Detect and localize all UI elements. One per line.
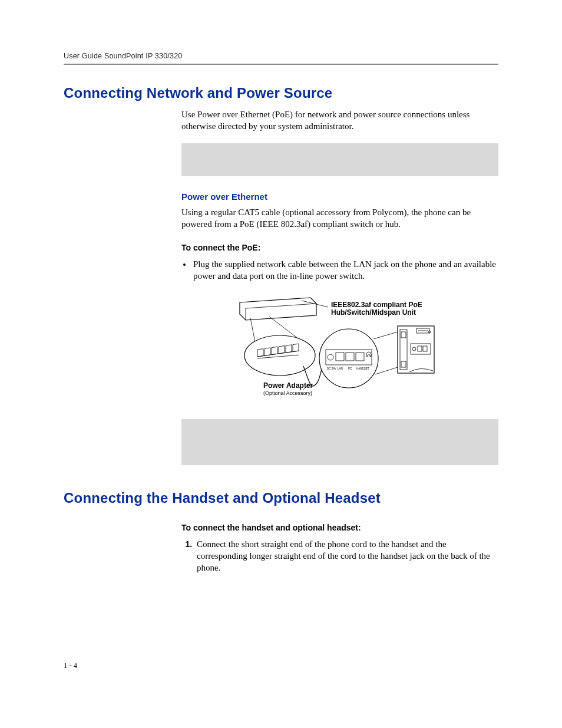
port-label-pc: PC [348,367,352,370]
page-number: 1 - 4 [64,661,77,670]
subheading-to-connect-handset: To connect the handset and optional head… [181,523,498,532]
port-label-handset: HANDSET [356,367,369,370]
callout-power-adapter: Power Adapter (Optional Accessory) [263,382,313,397]
running-head: User Guide SoundPoint IP 330/320 [64,52,498,60]
note-band [181,143,498,176]
section-heading-network-power: Connecting Network and Power Source [64,85,498,101]
svg-line-23 [375,367,398,374]
callout-poe-hub: IEEE802.3af compliant PoE Hub/Switch/Mid… [331,301,422,318]
port-label-lan: LAN [338,367,343,370]
subheading-to-connect-poe: To connect the PoE: [181,243,498,252]
poe-step-bullet: Plug the supplied network cable between … [192,258,498,282]
svg-marker-0 [240,298,316,320]
handset-step-1: Connect the short straight end of the ph… [194,538,498,574]
section-heading-handset-headset: Connecting the Handset and Optional Head… [64,490,498,506]
port-label-dc: DC 24V [327,367,336,370]
svg-line-22 [373,332,398,339]
poe-paragraph: Using a regular CAT5 cable (optional acc… [181,206,498,230]
note-band-2 [181,419,498,465]
header-rule [64,64,498,65]
svg-point-16 [319,329,378,388]
subheading-poe: Power over Ethernet [181,192,498,202]
intro-paragraph: Use Power over Ethernet (PoE) for networ… [181,108,498,133]
poe-connection-diagram: DC 24V LAN PC HANDSET [234,291,446,409]
